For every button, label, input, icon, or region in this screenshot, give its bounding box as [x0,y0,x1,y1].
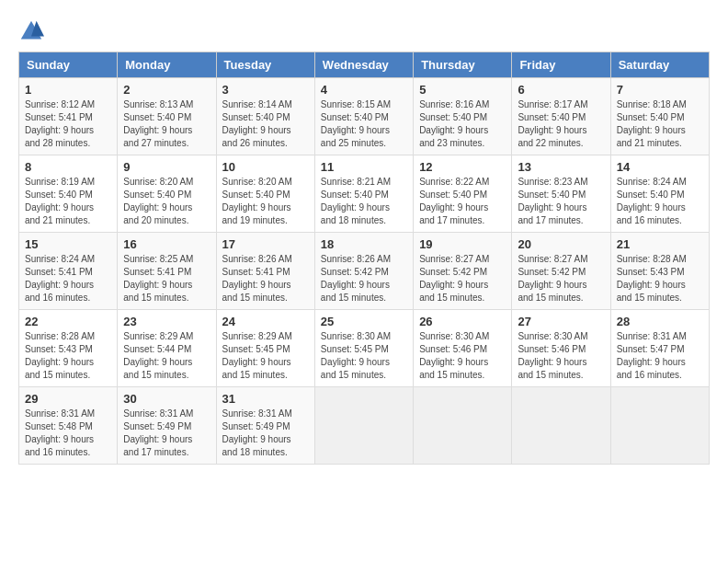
calendar-cell: 7 Sunrise: 8:18 AM Sunset: 5:40 PM Dayli… [610,78,709,155]
day-number: 17 [222,237,309,251]
day-number: 28 [617,315,703,328]
day-number: 10 [222,160,309,174]
logo-icon [18,18,44,44]
day-number: 29 [25,392,111,406]
day-info: Sunrise: 8:30 AM Sunset: 5:46 PM Dayligh… [419,330,506,382]
calendar-cell: 17 Sunrise: 8:26 AM Sunset: 5:41 PM Dayl… [216,233,314,310]
calendar-cell: 3 Sunrise: 8:14 AM Sunset: 5:40 PM Dayli… [216,78,314,155]
day-info: Sunrise: 8:31 AM Sunset: 5:49 PM Dayligh… [123,408,210,459]
day-number: 24 [222,315,309,328]
calendar-cell: 14 Sunrise: 8:24 AM Sunset: 5:40 PM Dayl… [610,155,709,233]
day-info: Sunrise: 8:27 AM Sunset: 5:42 PM Dayligh… [518,253,604,304]
calendar-cell: 31 Sunrise: 8:31 AM Sunset: 5:49 PM Dayl… [216,387,314,465]
day-number: 8 [25,160,111,174]
calendar-cell [610,387,709,465]
weekday-header-saturday: Saturday [610,52,709,78]
calendar-cell: 10 Sunrise: 8:20 AM Sunset: 5:40 PM Dayl… [216,155,314,233]
day-number: 14 [617,160,703,174]
calendar-cell: 22 Sunrise: 8:28 AM Sunset: 5:43 PM Dayl… [19,310,118,387]
day-info: Sunrise: 8:23 AM Sunset: 5:40 PM Dayligh… [518,176,604,227]
calendar-cell: 6 Sunrise: 8:17 AM Sunset: 5:40 PM Dayli… [512,78,610,155]
day-number: 11 [321,160,407,174]
day-info: Sunrise: 8:30 AM Sunset: 5:46 PM Dayligh… [518,330,604,382]
calendar-cell: 24 Sunrise: 8:29 AM Sunset: 5:45 PM Dayl… [216,310,314,387]
day-number: 21 [617,237,703,251]
day-info: Sunrise: 8:17 AM Sunset: 5:40 PM Dayligh… [518,98,604,150]
day-info: Sunrise: 8:29 AM Sunset: 5:44 PM Dayligh… [123,330,210,382]
day-info: Sunrise: 8:21 AM Sunset: 5:40 PM Dayligh… [321,176,407,227]
calendar: SundayMondayTuesdayWednesdayThursdayFrid… [18,52,710,465]
weekday-header-monday: Monday [118,52,216,78]
calendar-cell: 26 Sunrise: 8:30 AM Sunset: 5:46 PM Dayl… [414,310,512,387]
day-number: 31 [222,392,309,406]
day-number: 19 [419,237,506,251]
calendar-cell [414,387,512,465]
calendar-cell: 30 Sunrise: 8:31 AM Sunset: 5:49 PM Dayl… [118,387,216,465]
calendar-cell: 21 Sunrise: 8:28 AM Sunset: 5:43 PM Dayl… [610,233,709,310]
day-info: Sunrise: 8:20 AM Sunset: 5:40 PM Dayligh… [123,176,210,227]
day-number: 25 [321,315,407,328]
calendar-cell: 29 Sunrise: 8:31 AM Sunset: 5:48 PM Dayl… [19,387,118,465]
day-info: Sunrise: 8:22 AM Sunset: 5:40 PM Dayligh… [419,176,506,227]
calendar-cell: 25 Sunrise: 8:30 AM Sunset: 5:45 PM Dayl… [314,310,413,387]
calendar-cell: 12 Sunrise: 8:22 AM Sunset: 5:40 PM Dayl… [414,155,512,233]
day-info: Sunrise: 8:28 AM Sunset: 5:43 PM Dayligh… [617,253,703,304]
day-info: Sunrise: 8:31 AM Sunset: 5:47 PM Dayligh… [617,330,703,382]
calendar-cell: 1 Sunrise: 8:12 AM Sunset: 5:41 PM Dayli… [19,78,118,155]
day-info: Sunrise: 8:24 AM Sunset: 5:41 PM Dayligh… [25,253,111,304]
day-number: 1 [25,83,111,97]
day-number: 27 [518,315,604,328]
calendar-cell: 13 Sunrise: 8:23 AM Sunset: 5:40 PM Dayl… [512,155,610,233]
page-header [18,18,710,44]
day-number: 4 [321,83,407,97]
day-number: 5 [419,83,506,97]
day-info: Sunrise: 8:15 AM Sunset: 5:40 PM Dayligh… [321,98,407,150]
day-info: Sunrise: 8:26 AM Sunset: 5:42 PM Dayligh… [321,253,407,304]
calendar-cell [314,387,413,465]
weekday-header-friday: Friday [512,52,610,78]
day-info: Sunrise: 8:16 AM Sunset: 5:40 PM Dayligh… [419,98,506,150]
day-info: Sunrise: 8:26 AM Sunset: 5:41 PM Dayligh… [222,253,309,304]
calendar-cell: 16 Sunrise: 8:25 AM Sunset: 5:41 PM Dayl… [118,233,216,310]
day-info: Sunrise: 8:27 AM Sunset: 5:42 PM Dayligh… [419,253,506,304]
day-number: 20 [518,237,604,251]
day-number: 23 [123,315,210,328]
day-info: Sunrise: 8:12 AM Sunset: 5:41 PM Dayligh… [25,98,111,150]
day-number: 2 [123,83,210,97]
calendar-cell: 15 Sunrise: 8:24 AM Sunset: 5:41 PM Dayl… [19,233,118,310]
calendar-cell: 4 Sunrise: 8:15 AM Sunset: 5:40 PM Dayli… [314,78,413,155]
calendar-cell [512,387,610,465]
calendar-cell: 20 Sunrise: 8:27 AM Sunset: 5:42 PM Dayl… [512,233,610,310]
weekday-header-thursday: Thursday [414,52,512,78]
calendar-cell: 2 Sunrise: 8:13 AM Sunset: 5:40 PM Dayli… [118,78,216,155]
day-info: Sunrise: 8:29 AM Sunset: 5:45 PM Dayligh… [222,330,309,382]
calendar-cell: 27 Sunrise: 8:30 AM Sunset: 5:46 PM Dayl… [512,310,610,387]
calendar-cell: 23 Sunrise: 8:29 AM Sunset: 5:44 PM Dayl… [118,310,216,387]
weekday-header-wednesday: Wednesday [314,52,413,78]
day-number: 18 [321,237,407,251]
calendar-cell: 5 Sunrise: 8:16 AM Sunset: 5:40 PM Dayli… [414,78,512,155]
day-info: Sunrise: 8:31 AM Sunset: 5:49 PM Dayligh… [222,408,309,459]
calendar-cell: 19 Sunrise: 8:27 AM Sunset: 5:42 PM Dayl… [414,233,512,310]
day-number: 16 [123,237,210,251]
day-number: 6 [518,83,604,97]
day-number: 26 [419,315,506,328]
calendar-cell: 18 Sunrise: 8:26 AM Sunset: 5:42 PM Dayl… [314,233,413,310]
day-number: 15 [25,237,111,251]
weekday-header-sunday: Sunday [19,52,118,78]
calendar-cell: 9 Sunrise: 8:20 AM Sunset: 5:40 PM Dayli… [118,155,216,233]
day-number: 3 [222,83,309,97]
day-info: Sunrise: 8:19 AM Sunset: 5:40 PM Dayligh… [25,176,111,227]
calendar-cell: 11 Sunrise: 8:21 AM Sunset: 5:40 PM Dayl… [314,155,413,233]
calendar-cell: 8 Sunrise: 8:19 AM Sunset: 5:40 PM Dayli… [19,155,118,233]
day-number: 7 [617,83,703,97]
day-info: Sunrise: 8:24 AM Sunset: 5:40 PM Dayligh… [617,176,703,227]
day-info: Sunrise: 8:30 AM Sunset: 5:45 PM Dayligh… [321,330,407,382]
calendar-cell: 28 Sunrise: 8:31 AM Sunset: 5:47 PM Dayl… [610,310,709,387]
day-info: Sunrise: 8:13 AM Sunset: 5:40 PM Dayligh… [123,98,210,150]
day-number: 22 [25,315,111,328]
day-number: 12 [419,160,506,174]
day-info: Sunrise: 8:31 AM Sunset: 5:48 PM Dayligh… [25,408,111,459]
day-info: Sunrise: 8:14 AM Sunset: 5:40 PM Dayligh… [222,98,309,150]
day-number: 13 [518,160,604,174]
